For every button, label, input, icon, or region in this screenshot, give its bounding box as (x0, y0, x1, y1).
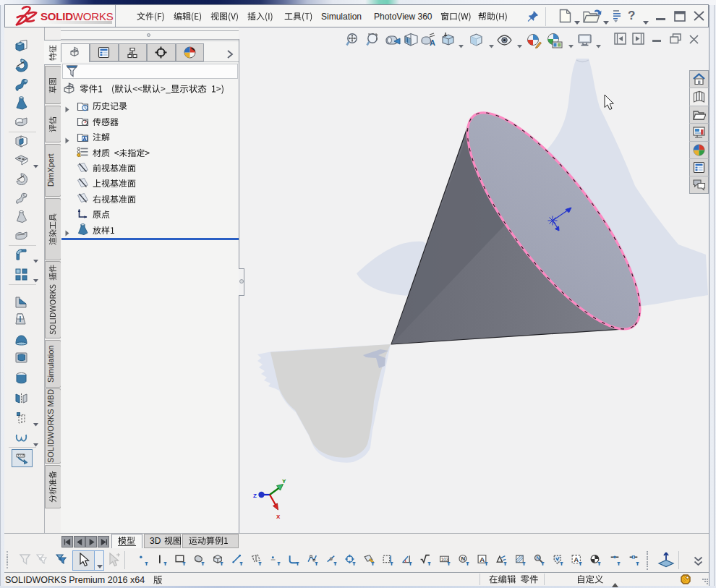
svg-text:N: N (461, 555, 466, 562)
svg-text:Z: Z (253, 493, 257, 499)
svg-text:N: N (536, 555, 540, 561)
svg-text:A: A (480, 555, 485, 563)
svg-text:103: 103 (441, 557, 449, 562)
svg-text:Y: Y (282, 478, 286, 485)
svg-text:X: X (276, 514, 281, 520)
svg-text:A: A (574, 556, 579, 563)
svg-text:A: A (430, 38, 435, 47)
